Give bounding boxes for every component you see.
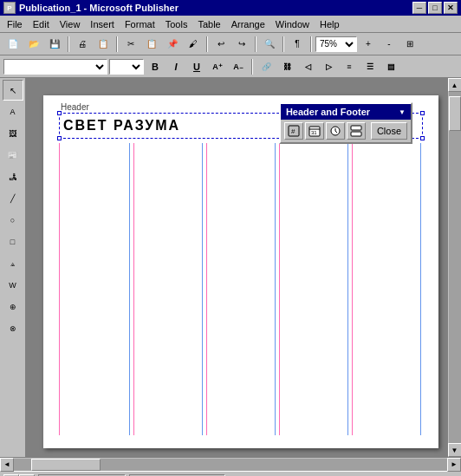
- handle-tr: [420, 111, 425, 115]
- right-align-btn[interactable]: ▤: [381, 58, 400, 75]
- sep4: [255, 36, 256, 52]
- menu-window[interactable]: Window: [270, 16, 315, 32]
- col-guide-2: [133, 143, 203, 435]
- left-toolbar: ↖ A 🖼 📰 🏞 ╱ ○ □ ⟁ W ⊕ ⊗: [0, 78, 26, 457]
- sep7: [251, 59, 253, 75]
- column-guides: [59, 143, 423, 435]
- col-guide-3: [206, 143, 276, 435]
- menu-edit[interactable]: Edit: [28, 16, 55, 32]
- title-bar: P Publication_1 - Microsoft Publisher ─ …: [0, 0, 461, 16]
- hf-close-button[interactable]: Close: [371, 122, 407, 140]
- subscript-btn[interactable]: A₋: [229, 58, 248, 75]
- redo-btn[interactable]: ↪: [232, 36, 251, 53]
- close-button[interactable]: ✕: [444, 2, 458, 14]
- h-scroll-thumb[interactable]: [31, 459, 101, 471]
- hf-dropdown-arrow[interactable]: ▼: [399, 108, 406, 116]
- extra-btn[interactable]: ⊗: [3, 318, 23, 339]
- prev-frame-btn[interactable]: ◁: [298, 58, 317, 75]
- scroll-up-btn[interactable]: ▲: [448, 78, 462, 92]
- paste-btn[interactable]: 📌: [163, 36, 182, 53]
- main-area: ↖ A 🖼 📰 🏞 ╱ ○ □ ⟁ W ⊕ ⊗ Header СВЕТ РАЗУ…: [0, 78, 461, 457]
- main-toolbar: 📄 📂 💾 🖨 📋 ✂ 📋 📌 🖌 ↩ ↪ 🔍 ¶ 75% 50% 100% 1…: [0, 33, 461, 55]
- hf-insert-date-btn[interactable]: 31: [305, 122, 324, 140]
- header-footer-toolbar: Header and Footer ▼ # 31: [279, 102, 412, 144]
- format-toolbar: B I U A⁺ A₋ 🔗 ⛓ ◁ ▷ ≡ ☰ ▤: [0, 55, 461, 78]
- menu-tools[interactable]: Tools: [160, 16, 193, 32]
- print2-btn[interactable]: 📋: [94, 36, 113, 53]
- svg-text:31: 31: [311, 130, 317, 135]
- font-size-select[interactable]: [109, 59, 144, 75]
- line-btn[interactable]: ╱: [3, 188, 23, 209]
- hf-title-text: Header and Footer: [286, 107, 399, 117]
- italic-btn[interactable]: I: [166, 58, 185, 75]
- menu-arrange[interactable]: Arrange: [226, 16, 270, 32]
- zoom-select[interactable]: 75% 50% 100% 150%: [315, 36, 357, 52]
- object-btn[interactable]: ⊕: [3, 297, 23, 317]
- save-btn[interactable]: 💾: [45, 36, 64, 53]
- story-btn[interactable]: 📰: [3, 145, 23, 166]
- h-scroll-track[interactable]: [14, 459, 447, 471]
- select-tool-btn[interactable]: ↖: [3, 80, 23, 101]
- app-icon: P: [3, 2, 16, 14]
- menu-view[interactable]: View: [55, 16, 86, 32]
- cut-btn[interactable]: ✂: [121, 36, 140, 53]
- para-marks-btn[interactable]: ¶: [288, 36, 307, 53]
- hf-buttons-row: # 31: [281, 120, 411, 142]
- left-align-btn[interactable]: ≡: [340, 58, 359, 75]
- text-tool-btn[interactable]: A: [3, 101, 23, 122]
- zoom-fit-btn[interactable]: ⊞: [400, 36, 419, 53]
- find-btn[interactable]: 🔍: [260, 36, 279, 53]
- print-btn[interactable]: 🖨: [73, 36, 92, 53]
- canvas-area: Header СВЕТ РАЗУМА Heade: [26, 78, 447, 457]
- svg-text:#: #: [291, 127, 295, 135]
- menu-file[interactable]: File: [2, 16, 28, 32]
- link-btn[interactable]: 🔗: [256, 58, 276, 75]
- sep3: [206, 36, 208, 52]
- new-btn[interactable]: 📄: [3, 36, 23, 53]
- menu-insert[interactable]: Insert: [85, 16, 120, 32]
- picture-frame-btn[interactable]: 🖼: [3, 123, 23, 144]
- menu-help[interactable]: Help: [315, 16, 345, 32]
- word-art-btn[interactable]: W: [3, 275, 23, 296]
- status-bar: L R ✛ 2,000; 2,673 cm. ⊞ 17,497 x 0,000 …: [0, 471, 461, 476]
- menu-table[interactable]: Table: [192, 16, 225, 32]
- menu-bar: File Edit View Insert Format Tools Table…: [0, 16, 461, 33]
- bold-btn[interactable]: B: [146, 58, 165, 75]
- next-frame-btn[interactable]: ▷: [319, 58, 338, 75]
- bottom-scrollbar: ◄ ►: [0, 457, 461, 471]
- zoom-in-btn[interactable]: +: [359, 36, 378, 53]
- scroll-left-btn[interactable]: ◄: [0, 458, 14, 472]
- copy-btn[interactable]: 📋: [142, 36, 161, 53]
- col-guide-1: [59, 143, 130, 435]
- format-painter-btn[interactable]: 🖌: [184, 36, 203, 53]
- menu-format[interactable]: Format: [120, 16, 160, 32]
- hf-toolbar-title: Header and Footer ▼: [281, 104, 411, 120]
- unlink-btn[interactable]: ⛓: [277, 58, 296, 75]
- scroll-right-btn[interactable]: ►: [447, 458, 461, 472]
- hf-switch-btn[interactable]: [347, 122, 366, 140]
- center-btn[interactable]: ☰: [360, 58, 380, 75]
- v-scroll-thumb[interactable]: [449, 96, 461, 131]
- col-guide-5: [352, 143, 421, 435]
- custom-shape-btn[interactable]: ⟁: [3, 253, 23, 274]
- header-label: Header: [61, 102, 89, 112]
- v-scroll-track[interactable]: [449, 92, 461, 443]
- clip-art-btn[interactable]: 🏞: [3, 166, 23, 187]
- open-btn[interactable]: 📂: [24, 36, 43, 53]
- superscript-btn[interactable]: A⁺: [208, 58, 227, 75]
- oval-btn[interactable]: ○: [3, 210, 23, 231]
- minimize-button[interactable]: ─: [412, 2, 426, 14]
- handle-bl: [57, 136, 62, 140]
- hf-insert-page-btn[interactable]: #: [284, 122, 303, 140]
- handle-tl: [57, 111, 62, 115]
- maximize-button[interactable]: □: [428, 2, 442, 14]
- hf-insert-time-btn[interactable]: [326, 122, 345, 140]
- scroll-down-btn[interactable]: ▼: [448, 443, 462, 457]
- rect-btn[interactable]: □: [3, 231, 23, 252]
- font-select[interactable]: [3, 59, 107, 75]
- undo-btn[interactable]: ↩: [211, 36, 230, 53]
- zoom-out-btn[interactable]: -: [380, 36, 399, 53]
- window-title: Publication_1 - Microsoft Publisher: [19, 3, 179, 13]
- svg-rect-9: [351, 132, 361, 136]
- underline-btn[interactable]: U: [187, 58, 206, 75]
